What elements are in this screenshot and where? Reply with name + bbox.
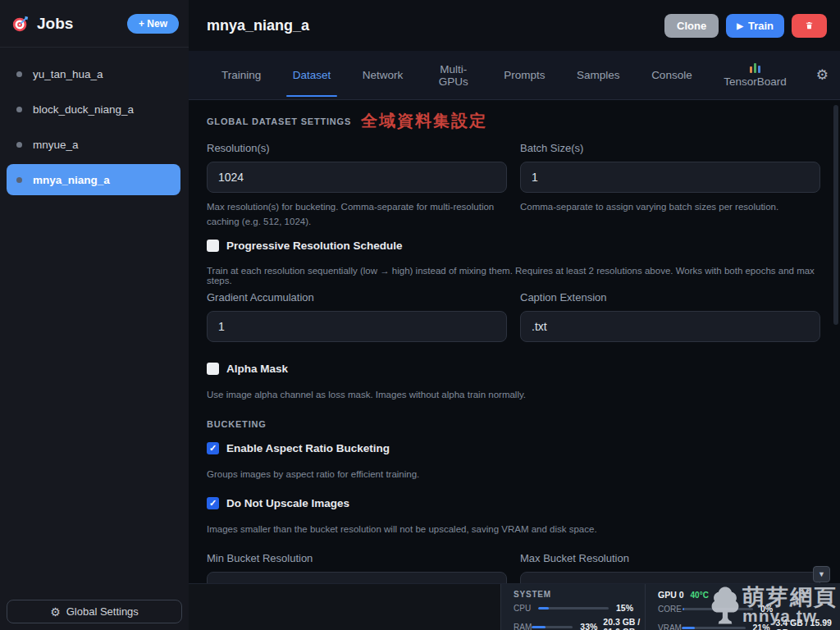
gpu-title: GPU 0 bbox=[658, 590, 684, 600]
tab-label: Samples bbox=[577, 69, 620, 81]
resolutions-input[interactable] bbox=[207, 162, 507, 193]
ram-label: RAM bbox=[514, 623, 532, 630]
gradient-caption-row: Gradient Accumulation Caption Extension bbox=[207, 291, 820, 342]
vram-bar bbox=[682, 627, 746, 629]
tab-settings-gear-icon[interactable]: ⚙ bbox=[816, 51, 829, 99]
alpha-mask-label: Alpha Mask bbox=[226, 363, 288, 375]
job-list: yu_tan_hua_a block_duck_niang_a mnyue_a … bbox=[0, 48, 189, 593]
gradient-accumulation-label: Gradient Accumulation bbox=[207, 291, 507, 304]
no-upscale-label: Do Not Upscale Images bbox=[226, 497, 349, 509]
global-dataset-section-header: GLOBAL DATASET SETTINGS 全域資料集設定 bbox=[207, 113, 820, 130]
checkbox-checked[interactable]: ✓ bbox=[207, 442, 219, 454]
core-bar bbox=[682, 608, 753, 610]
job-item[interactable]: block_duck_niang_a bbox=[7, 94, 180, 125]
sidebar-header: Jobs + New bbox=[0, 0, 189, 48]
job-label: mnyue_a bbox=[33, 139, 79, 151]
vram-label: VRAM bbox=[658, 623, 682, 630]
clone-button[interactable]: Clone bbox=[664, 14, 719, 38]
scroll-to-bottom-button[interactable]: ▼ bbox=[813, 566, 830, 582]
job-status-dot bbox=[16, 177, 22, 183]
checkbox-checked[interactable]: ✓ bbox=[207, 497, 219, 509]
tab-label: Network bbox=[363, 69, 404, 81]
no-upscale-checkbox-row[interactable]: ✓ Do Not Upscale Images bbox=[207, 497, 820, 509]
delete-button[interactable] bbox=[792, 14, 827, 38]
check-icon: ✓ bbox=[209, 499, 217, 508]
gpu-temperature: 40°C bbox=[691, 591, 709, 600]
tab-label: TensorBoard bbox=[724, 75, 787, 88]
play-icon: ▶ bbox=[737, 21, 743, 30]
gradient-accumulation-input[interactable] bbox=[207, 311, 507, 342]
job-item-selected[interactable]: mnya_niang_a bbox=[7, 164, 180, 195]
main-panel: mnya_niang_a Clone ▶ Train Training Data… bbox=[189, 0, 840, 630]
caret-down-icon: ▼ bbox=[818, 570, 825, 578]
trash-icon bbox=[805, 21, 814, 30]
ram-stat-row: RAM 33% 20.3 GB / 61.6 GB bbox=[514, 617, 645, 630]
tensorboard-icon bbox=[750, 63, 761, 73]
system-stats-panel: SYSTEM CPU 15% RAM 33% 20.3 GB / 61.6 GB bbox=[500, 584, 840, 630]
resolutions-label: Resolution(s) bbox=[207, 142, 507, 154]
tab-tensorboard[interactable]: TensorBoard bbox=[722, 51, 788, 99]
caption-extension-input[interactable] bbox=[520, 311, 820, 342]
tab-label: Multi-GPUs bbox=[435, 63, 472, 88]
job-label: block_duck_niang_a bbox=[33, 103, 134, 116]
checkbox-unchecked[interactable] bbox=[207, 363, 219, 375]
vram-detail: 3.4 GB / 15.99 GB bbox=[776, 618, 840, 630]
job-item[interactable]: yu_tan_hua_a bbox=[7, 58, 180, 89]
tab-label: Training bbox=[221, 69, 261, 81]
tab-label: Dataset bbox=[293, 69, 331, 81]
tab-bar: Training Dataset Network Multi-GPUs Prom… bbox=[189, 51, 840, 100]
tab-training[interactable]: Training bbox=[220, 51, 262, 99]
job-item[interactable]: mnyue_a bbox=[7, 129, 180, 160]
aspect-bucketing-checkbox-row[interactable]: ✓ Enable Aspect Ratio Bucketing bbox=[207, 442, 820, 454]
vertical-scrollbar-thumb[interactable] bbox=[833, 105, 838, 325]
sidebar-footer: ⚙ Global Settings bbox=[0, 593, 189, 630]
section-title: GLOBAL DATASET SETTINGS bbox=[207, 116, 351, 126]
max-bucket-label: Max Bucket Resolution bbox=[520, 552, 820, 564]
ram-detail: 20.3 GB / 61.6 GB bbox=[603, 617, 645, 630]
gpu-section: GPU 0 40°C CORE 0% VRAM 21% 3.4 GB / 15.… bbox=[646, 584, 840, 630]
gpu-vram-stat-row: VRAM 21% 3.4 GB / 15.99 GB bbox=[658, 618, 840, 630]
cpu-stat-row: CPU 15% bbox=[514, 603, 645, 613]
app-window: Jobs + New yu_tan_hua_a block_duck_niang… bbox=[0, 0, 840, 630]
cpu-percent: 15% bbox=[616, 603, 633, 613]
ram-percent: 33% bbox=[580, 622, 597, 630]
alpha-mask-help: Use image alpha channel as loss mask. Im… bbox=[207, 390, 820, 399]
global-settings-button[interactable]: ⚙ Global Settings bbox=[7, 600, 182, 623]
resolutions-help: Max resolution(s) for bucketing. Comma-s… bbox=[207, 200, 507, 230]
job-label: mnya_niang_a bbox=[33, 174, 110, 186]
resolution-batch-row: Resolution(s) Max resolution(s) for buck… bbox=[207, 142, 820, 230]
ram-bar bbox=[532, 626, 573, 628]
job-status-dot bbox=[16, 107, 22, 112]
gear-icon: ⚙ bbox=[50, 605, 61, 619]
section-annotation-zh: 全域資料集設定 bbox=[361, 112, 487, 129]
new-job-button[interactable]: + New bbox=[127, 14, 179, 34]
tab-multi-gpus[interactable]: Multi-GPUs bbox=[433, 51, 474, 99]
core-percent: 0% bbox=[760, 604, 773, 614]
progressive-resolution-checkbox-row[interactable]: Progressive Resolution Schedule bbox=[207, 240, 820, 252]
tab-console[interactable]: Console bbox=[650, 51, 694, 99]
train-button[interactable]: ▶ Train bbox=[726, 14, 784, 38]
no-upscale-help: Images smaller than the bucket resolutio… bbox=[207, 524, 820, 534]
system-section: SYSTEM CPU 15% RAM 33% 20.3 GB / 61.6 GB bbox=[501, 584, 646, 630]
checkbox-unchecked[interactable] bbox=[207, 240, 219, 252]
job-status-dot bbox=[16, 142, 22, 148]
alpha-mask-checkbox-row[interactable]: Alpha Mask bbox=[207, 363, 820, 375]
tab-prompts[interactable]: Prompts bbox=[502, 51, 546, 99]
system-title: SYSTEM bbox=[514, 590, 645, 599]
job-label: yu_tan_hua_a bbox=[33, 68, 103, 80]
progressive-resolution-label: Progressive Resolution Schedule bbox=[226, 240, 403, 252]
dartboard-icon bbox=[11, 15, 30, 33]
progressive-resolution-help: Train at each resolution sequentially (l… bbox=[207, 266, 820, 285]
aspect-bucketing-help: Groups images by aspect ratio for effici… bbox=[207, 469, 820, 479]
tab-network[interactable]: Network bbox=[361, 51, 405, 99]
batch-sizes-input[interactable] bbox=[520, 162, 820, 193]
cpu-label: CPU bbox=[514, 604, 538, 613]
tab-dataset[interactable]: Dataset bbox=[291, 51, 333, 99]
sidebar-title: Jobs bbox=[37, 15, 127, 33]
dataset-settings-panel: GLOBAL DATASET SETTINGS 全域資料集設定 Resoluti… bbox=[189, 100, 840, 630]
batch-sizes-help: Comma-separate to assign varying batch s… bbox=[520, 200, 820, 215]
caption-extension-label: Caption Extension bbox=[520, 291, 820, 304]
aspect-bucketing-label: Enable Aspect Ratio Bucketing bbox=[226, 442, 390, 454]
tab-samples[interactable]: Samples bbox=[575, 51, 622, 99]
bottom-bar: SYSTEM CPU 15% RAM 33% 20.3 GB / 61.6 GB bbox=[189, 583, 840, 630]
